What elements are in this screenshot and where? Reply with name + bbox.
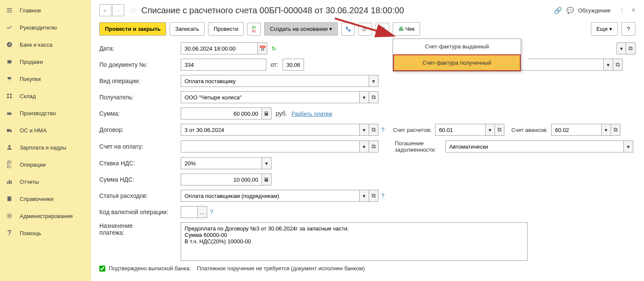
dropdown-icon[interactable]: ▾ (369, 75, 379, 87)
invoice-input[interactable] (181, 140, 360, 152)
menu-icon (5, 6, 14, 15)
question-icon: ? (5, 229, 14, 237)
contract-input[interactable] (181, 124, 360, 136)
sidebar-item-operations[interactable]: ДтКтОперации (0, 156, 90, 173)
invoice-label: Счет на оплату: (99, 143, 181, 150)
sidebar-item-production[interactable]: Производство (0, 105, 90, 122)
external-icon[interactable]: ⧉ (369, 190, 379, 202)
help-icon[interactable]: ? (210, 209, 213, 215)
svg-rect-16 (7, 197, 11, 201)
amount-input[interactable] (181, 108, 262, 120)
post-close-button[interactable]: Провести и закрыть (99, 22, 166, 36)
purpose-label1: Назначение (99, 222, 181, 229)
currency-label: руб. (276, 110, 287, 117)
external-icon[interactable]: ⧉ (495, 124, 504, 136)
sidebar-item-warehouse[interactable]: Склад (0, 87, 90, 105)
sidebar-item-assets[interactable]: ОС и НМА (0, 122, 90, 139)
grid-icon (5, 92, 14, 100)
sidebar-item-help[interactable]: ?Помощь (0, 224, 90, 242)
calc-acct-input[interactable] (435, 124, 486, 136)
external-icon[interactable]: ⧉ (369, 91, 379, 103)
ellipsis-icon[interactable]: ... (198, 206, 207, 218)
external-icon[interactable]: ⧉ (611, 124, 620, 136)
dropdown-icon[interactable]: ▾ (360, 91, 369, 103)
doc-num-input[interactable] (181, 59, 266, 71)
sidebar-item-directories[interactable]: Справочники (0, 190, 90, 207)
expense-label: Статья расходов: (99, 192, 181, 199)
page-title: Списание с расчетного счета 00БП-000048 … (141, 6, 404, 15)
factory-icon (5, 109, 14, 117)
svg-text:₽: ₽ (9, 43, 11, 47)
calculator-icon[interactable]: 🖩 (262, 108, 271, 120)
book-icon (5, 194, 14, 203)
date-input[interactable] (181, 42, 258, 54)
sidebar-item-purchases[interactable]: Покупки (0, 70, 90, 87)
cheque-button[interactable]: 🖶 Чек (393, 22, 420, 36)
help-icon[interactable]: ? (381, 126, 385, 133)
recipient-input[interactable] (181, 91, 360, 103)
menu-item-invoice-received[interactable]: Счет-фактура полученный (393, 54, 521, 71)
sidebar-label: Справочники (20, 196, 54, 202)
sidebar-item-reports[interactable]: Отчеты (0, 173, 90, 190)
refresh-icon[interactable]: ↻ (271, 45, 276, 52)
expense-input[interactable] (181, 190, 360, 202)
sidebar-item-salary[interactable]: Зарплата и кадры (0, 139, 90, 156)
purpose-textarea[interactable] (181, 222, 528, 261)
nav-back-button[interactable]: ← (99, 4, 111, 16)
more-button[interactable]: Еще ▾ (591, 22, 618, 36)
dropdown-icon[interactable]: ▾ (617, 42, 626, 54)
attachment-button[interactable] (358, 23, 372, 36)
calculator-icon[interactable]: 🖩 (262, 173, 271, 185)
dropdown-icon[interactable]: ▾ (486, 124, 495, 136)
external-icon[interactable]: ⧉ (369, 124, 379, 136)
dropdown-icon[interactable]: ▾ (360, 140, 369, 152)
help-button[interactable]: ? (621, 22, 635, 36)
from-date-input[interactable] (283, 59, 304, 71)
sidebar-item-sales[interactable]: Продажи (0, 53, 90, 70)
sidebar-item-admin[interactable]: Администрирование (0, 207, 90, 224)
dropdown-icon[interactable]: ▾ (360, 190, 369, 202)
external-icon[interactable]: ⧉ (369, 140, 379, 152)
menu-item-invoice-issued[interactable]: Счет-фактура выданный (393, 39, 521, 54)
star-icon[interactable]: ☆ (129, 5, 137, 15)
close-icon[interactable]: × (632, 6, 635, 14)
svg-rect-3 (7, 60, 11, 61)
dropdown-icon[interactable]: ▾ (602, 124, 611, 136)
post-button[interactable]: Провести (208, 22, 244, 36)
sidebar-item-bank[interactable]: ₽Банк и касса (0, 36, 90, 53)
purpose-label2: платежа: (99, 229, 181, 236)
svg-point-11 (10, 131, 12, 132)
dropdown-icon[interactable]: ▾ (604, 59, 613, 71)
dropdown-icon[interactable]: ▾ (360, 124, 369, 136)
dropdown-icon[interactable]: ▾ (624, 140, 633, 152)
debt-input[interactable] (445, 140, 624, 152)
vat-rate-input[interactable] (181, 157, 262, 169)
chat-icon: 💬 (566, 7, 574, 14)
nav-forward-button[interactable]: → (112, 4, 124, 16)
create-based-button[interactable]: Создать на основании ▾ (264, 22, 338, 36)
help-icon[interactable]: ? (381, 192, 385, 199)
split-payment-link[interactable]: Разбить платеж (292, 111, 332, 117)
external-icon[interactable]: ⧉ (626, 42, 635, 54)
save-button[interactable]: Записать (170, 22, 205, 36)
svg-point-12 (8, 145, 10, 147)
list-button[interactable] (376, 23, 389, 36)
confirmed-checkbox[interactable] (99, 266, 105, 272)
truck-icon (5, 126, 14, 135)
debt-label: Погашение (395, 140, 442, 146)
op-type-input[interactable] (181, 75, 369, 87)
structure-button[interactable] (341, 23, 355, 36)
link-icon[interactable]: 🔗 (554, 6, 562, 15)
adv-acct-input[interactable] (551, 124, 602, 136)
sidebar-item-manager[interactable]: Руководителю (0, 19, 90, 36)
dropdown-icon[interactable]: ▾ (262, 157, 271, 169)
dtk-button[interactable]: ДтКт (247, 23, 261, 36)
external-icon[interactable]: ⧉ (613, 59, 623, 71)
kebab-icon[interactable]: ⋮ (619, 7, 625, 14)
calendar-icon[interactable]: 📅 (258, 42, 267, 54)
curr-op-input[interactable] (181, 206, 198, 218)
vat-sum-input[interactable] (181, 173, 262, 185)
svg-rect-8 (7, 129, 10, 131)
sidebar-item-main[interactable]: Главное (0, 2, 90, 19)
discuss-link[interactable]: Обсуждение (578, 7, 611, 14)
